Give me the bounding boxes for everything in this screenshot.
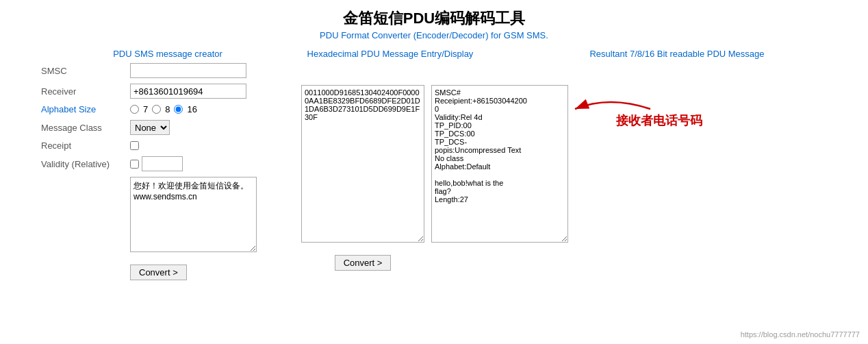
alphabet-row: Alphabet Size 7 8 16 (41, 104, 294, 114)
convert-button-mid[interactable]: Convert > (335, 255, 392, 271)
validity-label: Validity (Relative) (41, 159, 130, 169)
result-textarea[interactable]: SMSC# Receipient:+861503044200 0 Validit… (431, 85, 568, 243)
footer-url: https://blog.csdn.net/nochu7777777 (741, 330, 860, 339)
validity-input[interactable] (142, 156, 183, 171)
receiver-input[interactable] (130, 84, 246, 99)
validity-controls (130, 156, 183, 171)
alphabet-label: Alphabet Size (41, 104, 130, 114)
validity-checkbox[interactable] (130, 160, 139, 169)
alphabet-radio-group: 7 8 16 (130, 104, 197, 114)
receipt-label: Receipt (41, 140, 130, 151)
column-headers: PDU SMS message creator Hexadecimal PDU … (41, 43, 868, 63)
message-class-label: Message Class (41, 123, 130, 133)
alphabet-radio-8[interactable] (152, 105, 161, 114)
alphabet-radio-7[interactable] (130, 105, 139, 114)
message-class-select[interactable]: None 0 1 2 3 (130, 120, 170, 135)
col-header-result: Resultant 7/8/16 Bit readable PDU Messag… (486, 49, 868, 59)
message-class-row: Message Class None 0 1 2 3 (41, 120, 294, 135)
alphabet-radio-16[interactable] (174, 105, 183, 114)
smsc-label: SMSC (41, 66, 130, 76)
alphabet-7-label: 7 (143, 104, 148, 114)
hex-textarea[interactable]: 0011000D91685130402400F00000AA1BE8329BFD… (301, 85, 424, 243)
smsc-input[interactable] (130, 63, 246, 78)
header: 金笛短信PDU编码解码工具 PDU Format Converter (Enco… (0, 0, 868, 43)
page-subtitle: PDU Format Converter (Encoder/Decoder) f… (0, 30, 868, 40)
annotation-text: 接收者电话号码 (616, 112, 702, 129)
col-header-hex: Hexadecimal PDU Message Entry/Display (294, 49, 486, 59)
smsc-row: SMSC (41, 63, 294, 78)
receiver-row: Receiver (41, 84, 294, 99)
receiver-label: Receiver (41, 86, 130, 97)
col-header-creator: PDU SMS message creator (41, 49, 294, 59)
message-textarea[interactable]: 您好！欢迎使用金笛短信设备。www.sendsms.cn (130, 177, 257, 252)
alphabet-8-label: 8 (165, 104, 170, 114)
right-panel: SMSC# Receipient:+861503044200 0 Validit… (431, 63, 827, 280)
left-panel: SMSC Receiver Alphabet Size 7 8 16 Messa… (41, 63, 294, 280)
validity-row: Validity (Relative) (41, 156, 294, 171)
alphabet-16-label: 16 (187, 104, 196, 114)
main-area: SMSC Receiver Alphabet Size 7 8 16 Messa… (0, 63, 868, 280)
annotation-area: 接收者电话号码 (575, 85, 726, 243)
middle-panel: 0011000D91685130402400F00000AA1BE8329BFD… (294, 63, 431, 280)
page-title: 金笛短信PDU编码解码工具 (0, 8, 868, 29)
convert-button-left[interactable]: Convert > (130, 265, 187, 280)
receipt-row: Receipt (41, 140, 294, 151)
receipt-checkbox[interactable] (130, 141, 139, 150)
